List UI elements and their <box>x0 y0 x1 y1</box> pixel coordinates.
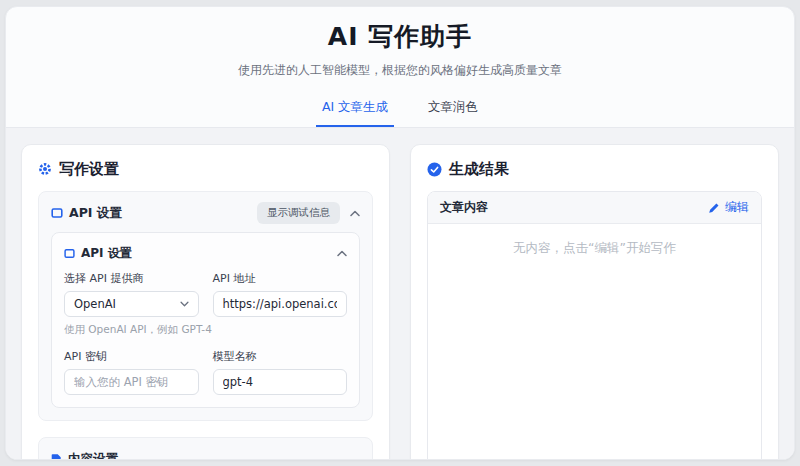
collapse-api-section-button[interactable] <box>350 210 360 217</box>
empty-state-text: 无内容，点击“编辑”开始写作 <box>513 240 676 255</box>
article-content-box: 文章内容 编辑 无内容，点击“编辑”开始写作 <box>427 191 762 460</box>
tab-bar: AI 文章生成 文章润色 <box>6 93 794 128</box>
api-key-label: API 密钥 <box>64 349 199 364</box>
generation-result-panel: 生成结果 文章内容 编辑 无内容，点击“编辑”开始写作 <box>410 144 779 460</box>
api-url-field-group: API 地址 <box>213 271 348 317</box>
tab-article-polish[interactable]: 文章润色 <box>422 93 484 127</box>
chevron-up-icon <box>350 210 360 217</box>
page-title: AI 写作助手 <box>6 20 794 53</box>
app-window: AI 写作助手 使用先进的人工智能模型，根据您的风格偏好生成高质量文章 AI 文… <box>5 6 795 460</box>
api-settings-card: API 设置 显示调试信息 <box>38 191 373 421</box>
generation-result-title-row: 生成结果 <box>427 159 762 179</box>
content-settings-title: 内容设置 <box>68 451 118 461</box>
chevron-down-icon <box>180 301 189 307</box>
model-name-input[interactable] <box>213 369 348 395</box>
api-config-box: API 设置 选择 API 提供商 <box>51 232 360 408</box>
gear-icon <box>38 162 52 176</box>
api-config-header: API 设置 <box>64 245 347 261</box>
content-area: 写作设置 API 设置 显示调试信息 <box>6 128 794 460</box>
api-url-input[interactable] <box>213 291 348 317</box>
collapse-api-config-button[interactable] <box>337 250 347 257</box>
writing-settings-title: 写作设置 <box>59 160 119 179</box>
edit-button-label: 编辑 <box>725 199 749 216</box>
api-url-label: API 地址 <box>213 271 348 286</box>
api-form: 选择 API 提供商 OpenAI API 地址 <box>64 271 347 395</box>
provider-selected-value: OpenAI <box>74 297 180 311</box>
api-key-field-group: API 密钥 <box>64 349 199 395</box>
model-name-field-group: 模型名称 <box>213 349 348 395</box>
api-icon <box>51 207 63 219</box>
provider-select[interactable]: OpenAI <box>64 291 199 317</box>
article-content-header: 文章内容 编辑 <box>428 192 761 224</box>
content-settings-header: 内容设置 <box>51 450 360 460</box>
content-settings-title-wrap: 内容设置 <box>51 451 118 461</box>
tab-article-generation[interactable]: AI 文章生成 <box>316 93 394 127</box>
provider-help-text: 使用 OpenAI API，例如 GPT-4 <box>64 323 347 337</box>
generation-result-title: 生成结果 <box>449 160 509 179</box>
api-icon <box>64 248 75 259</box>
api-settings-header: API 设置 显示调试信息 <box>51 204 360 222</box>
show-debug-info-button[interactable]: 显示调试信息 <box>257 202 340 224</box>
page-header: AI 写作助手 使用先进的人工智能模型，根据您的风格偏好生成高质量文章 <box>6 7 794 79</box>
model-name-label: 模型名称 <box>213 349 348 364</box>
document-icon <box>51 453 62 460</box>
api-settings-title-wrap: API 设置 <box>51 205 122 222</box>
api-settings-title: API 设置 <box>69 205 122 222</box>
api-config-title-wrap: API 设置 <box>64 245 132 262</box>
provider-label: 选择 API 提供商 <box>64 271 199 286</box>
article-content-body[interactable]: 无内容，点击“编辑”开始写作 <box>428 224 761 460</box>
provider-field-group: 选择 API 提供商 OpenAI <box>64 271 199 317</box>
page-subtitle: 使用先进的人工智能模型，根据您的风格偏好生成高质量文章 <box>6 62 794 79</box>
chevron-up-icon <box>337 250 347 257</box>
api-config-title: API 设置 <box>81 245 132 262</box>
writing-settings-title-row: 写作设置 <box>38 159 373 179</box>
pencil-icon <box>708 202 720 214</box>
api-key-input[interactable] <box>64 369 199 395</box>
writing-settings-panel: 写作设置 API 设置 显示调试信息 <box>21 144 390 460</box>
check-circle-icon <box>427 162 442 177</box>
edit-button[interactable]: 编辑 <box>708 199 749 216</box>
article-content-title: 文章内容 <box>440 199 488 216</box>
content-settings-card: 内容设置 主题 <box>38 437 373 460</box>
